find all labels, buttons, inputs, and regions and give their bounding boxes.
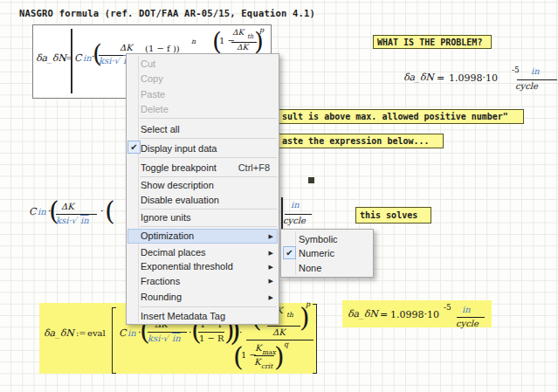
subscript-th: th [247, 34, 253, 40]
menu-item-copy[interactable]: Copy [127, 72, 278, 86]
big-bracket-right [313, 304, 317, 374]
note-this-solves[interactable]: this solves [355, 207, 431, 224]
menu-separator [140, 306, 277, 307]
equals-sign: = [437, 73, 444, 83]
shortcut-label: Ctrl+F8 [238, 162, 270, 173]
exponent-n: n [191, 38, 196, 45]
multiply-dot: · [100, 207, 104, 217]
big-bracket-left [71, 29, 72, 93]
menu-item-toggle-breakpoint[interactable]: Toggle breakpointCtrl+F8 [127, 161, 278, 175]
exponent-p: p [306, 301, 310, 308]
unit-in: in [462, 306, 471, 314]
menu-separator [140, 118, 277, 119]
context-menu: Cut Copy Paste Delete Select all ✔ Displ… [126, 53, 279, 325]
menu-item-fractions[interactable]: Fractions▶ [127, 273, 278, 288]
subscript-crit: crit [261, 363, 272, 370]
menu-item-display-input-data[interactable]: Display input data [127, 141, 278, 155]
menu-item-optimization[interactable]: Optimization▶ [127, 229, 278, 244]
submenu-arrow-icon: ▶ [269, 294, 273, 301]
formula-lhs: δa_δN [44, 328, 74, 338]
submenu-item-none[interactable]: None [282, 261, 372, 275]
subscript-th: th [286, 312, 293, 319]
menu-item-insert-metadata-tag[interactable]: Insert Metadata Tag [127, 309, 278, 324]
fraction-bar [198, 332, 224, 333]
menu-item-rounding[interactable]: Rounding▶ [127, 290, 278, 305]
unit-in: in [291, 201, 300, 210]
delta-K: ΔK [272, 328, 286, 337]
result-mantissa: 1.0998·10 [390, 310, 439, 320]
optimization-submenu: Symbolic ✔ Numeric None [280, 229, 374, 278]
submenu-arrow-icon: ▶ [269, 264, 273, 271]
smath-worksheet: NASGRO formula (ref. DOT/FAA AR-05/15, E… [0, 0, 558, 392]
unit-cycle: cycle [515, 82, 538, 91]
coefficient-C: C [29, 207, 36, 217]
menu-item-disable-evaluation[interactable]: Disable evaluation [127, 193, 278, 208]
eval-function: eval [87, 329, 106, 338]
menu-item-exponential-threshold[interactable]: Exponential threshold▶ [127, 259, 278, 274]
submenu-arrow-icon: ▶ [269, 233, 273, 240]
one-minus-R: 1 − R [199, 334, 224, 343]
close-paren: ) [300, 305, 310, 331]
small-black-square[interactable] [308, 177, 314, 183]
unit-cycle: cycle [456, 320, 479, 328]
unit-in-radicand: in [172, 334, 181, 343]
menu-item-paste[interactable]: Paste [127, 86, 278, 101]
menu-separator [140, 138, 277, 139]
note-what-is-problem[interactable]: WHAT IS THE PROBLEM? [373, 35, 492, 49]
menu-item-cut[interactable]: Cut [127, 56, 278, 71]
K-max: K [255, 344, 261, 353]
equals-sign: = [380, 310, 388, 320]
open-paren: ( [105, 198, 115, 224]
formula-lhs: δa_δN [36, 53, 66, 63]
menu-item-ignore-units[interactable]: Ignore units [127, 210, 278, 225]
unit-in: in [38, 208, 46, 217]
menu-separator [140, 226, 277, 227]
delta-K: ΔK [120, 44, 133, 52]
unit-in: in [531, 67, 540, 76]
menu-separator [140, 157, 277, 158]
result-lhs: δa_δN [348, 309, 378, 319]
big-bracket-left [112, 307, 116, 374]
unit-in-radicand: in [80, 217, 89, 225]
worksheet-title[interactable]: NASGRO formula (ref. DOT/FAA AR-05/15, E… [19, 8, 315, 18]
one-minus-f-fragment: (1 − f )) [145, 45, 180, 53]
coefficient-C: C [119, 328, 126, 338]
unit-ksi-sqrt: ksi·√ [56, 217, 77, 225]
menu-item-decimal-places[interactable]: Decimal places▶ [127, 245, 278, 260]
fraction-bar [148, 332, 187, 333]
submenu-item-symbolic[interactable]: Symbolic [282, 232, 372, 246]
submenu-arrow-icon: ▶ [269, 250, 273, 257]
result-mantissa: 1.0998·10 [449, 73, 498, 83]
exponent-p: p [259, 27, 264, 34]
note-max-number[interactable]: sult is above max. allowed positive numb… [278, 109, 524, 124]
multiply-dot: · [239, 328, 243, 338]
delta-K: ΔK [61, 203, 74, 211]
fraction-bar [285, 214, 312, 215]
unit-ksi-sqrt: ksi·√ [99, 57, 120, 65]
result-lhs: δa_δN [403, 72, 434, 82]
exponent-q: q [284, 341, 288, 348]
unit-in: in [83, 54, 92, 63]
delta-K: ΔK [237, 44, 248, 52]
note-paste-below[interactable]: aste the expression below... [278, 134, 444, 148]
coefficient-C: C [74, 53, 81, 63]
K-crit: K [254, 358, 260, 367]
menu-item-show-description[interactable]: Show description [127, 178, 278, 193]
fraction-bar [267, 326, 300, 327]
unit-in: in [127, 329, 136, 338]
assign-operator: := [76, 329, 86, 338]
fraction-bar [56, 214, 97, 215]
menu-item-delete[interactable]: Delete [127, 102, 278, 117]
close-paren: ) [274, 344, 285, 370]
unit-ksi-sqrt: ksi·√ [148, 334, 169, 343]
delta-K-th: ΔK [232, 29, 244, 37]
submenu-arrow-icon: ▶ [269, 278, 273, 285]
unit-cycle: cycle [283, 217, 306, 225]
result-exponent: -5 [444, 304, 451, 312]
menu-item-select-all[interactable]: Select all [127, 121, 278, 136]
submenu-item-numeric[interactable]: Numeric [282, 246, 372, 260]
result-exponent: -5 [512, 66, 520, 74]
